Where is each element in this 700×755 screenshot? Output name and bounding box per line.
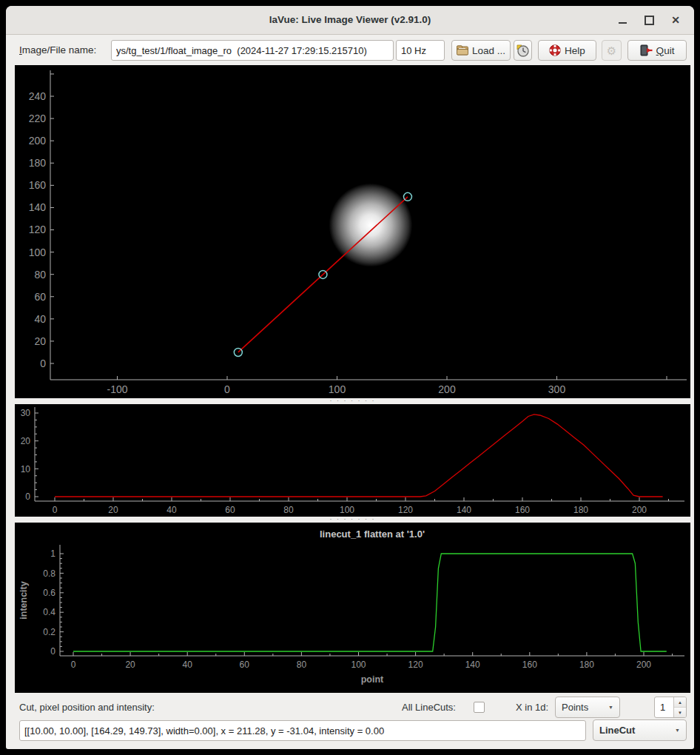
tick-label: 200 — [438, 383, 456, 395]
tick-label: 0.8 — [43, 568, 55, 579]
linecut-count-spinbox[interactable]: 1 ▲ ▼ — [654, 697, 687, 718]
tick-label: 20 — [34, 335, 46, 347]
tick-label: 0 — [224, 383, 230, 395]
tick-label: 40 — [34, 313, 46, 325]
tick-label: 180 — [579, 660, 594, 670]
flatten-plot[interactable]: 02040608010012014016018020000.20.40.60.8… — [15, 523, 690, 693]
tick-label: 200 — [636, 660, 651, 670]
file-name-label: Image/File name: — [19, 40, 96, 61]
tick-label: 20 — [21, 436, 31, 446]
plot-title: linecut_1 flatten at '1.0' — [320, 528, 425, 540]
tick-label: 140 — [465, 660, 480, 670]
spin-up-icon: ▲ — [678, 700, 682, 705]
x-in-1d-combobox[interactable]: Points ▼ — [555, 697, 620, 718]
tick-label: 160 — [522, 660, 537, 670]
tick-label: 140 — [457, 505, 471, 515]
tick-label: 100 — [29, 246, 47, 258]
linecut-intensity-plot[interactable]: 0204060801001201401601802000102030 — [15, 404, 690, 517]
tick-label: 140 — [29, 201, 47, 213]
splitter-handle-icon: · · · · · · · — [330, 399, 376, 402]
tick-label: 100 — [351, 660, 366, 670]
close-icon: ✕ — [671, 15, 680, 25]
help-button[interactable]: Help — [538, 40, 596, 61]
tick-label: 80 — [34, 269, 46, 281]
splitter-2[interactable]: · · · · · · · — [15, 517, 690, 523]
help-lifebuoy-icon — [549, 44, 561, 56]
tick-label: 0.6 — [43, 588, 55, 598]
x-in-1d-value: Points — [562, 702, 588, 713]
gear-icon: ⚙ — [607, 45, 616, 56]
clock-icon — [516, 44, 529, 57]
tick-label: 60 — [225, 505, 235, 515]
quit-button[interactable]: Quit — [627, 40, 687, 61]
tick-label: 60 — [34, 291, 46, 303]
timer-button[interactable] — [514, 40, 532, 61]
linecut-count-value: 1 — [655, 697, 673, 717]
tick-label: 220 — [29, 113, 47, 124]
tick-label: 0.4 — [43, 607, 55, 617]
maximize-icon — [645, 16, 654, 25]
all-linecuts-checkbox[interactable] — [474, 702, 485, 713]
tick-label: 1 — [50, 548, 55, 559]
x-axis-label: point — [361, 674, 384, 685]
close-button[interactable]: ✕ — [667, 12, 684, 28]
tick-label: 160 — [29, 179, 47, 191]
folder-icon — [457, 45, 468, 56]
settings-button[interactable]: ⚙ — [602, 40, 622, 61]
tick-label: 120 — [408, 660, 423, 670]
tick-label: 10 — [21, 464, 31, 474]
plot-background — [15, 404, 690, 517]
file-name-input[interactable] — [111, 40, 394, 61]
tick-label: -100 — [107, 383, 127, 395]
tick-label: 80 — [297, 660, 307, 670]
quit-door-icon — [640, 44, 653, 56]
minimize-icon — [619, 22, 627, 24]
minimize-button[interactable] — [614, 12, 630, 28]
tick-label: 60 — [240, 660, 250, 670]
tick-label: 20 — [125, 660, 135, 670]
spin-up-button[interactable]: ▲ — [674, 697, 686, 708]
tick-label: 0.2 — [43, 627, 55, 637]
tick-label: 0 — [50, 646, 55, 657]
tick-label: 300 — [548, 383, 566, 395]
tick-label: 40 — [183, 660, 193, 670]
cut-info-input[interactable] — [19, 720, 586, 741]
help-button-label: Help — [565, 45, 585, 56]
chevron-down-icon: ▼ — [675, 728, 680, 733]
titlebar[interactable]: laVue: Live Image Viewer (v2.91.0) ✕ — [6, 6, 694, 35]
tick-label: 200 — [632, 505, 647, 515]
image-blob — [329, 184, 413, 267]
window-controls: ✕ — [614, 6, 684, 34]
screen: laVue: Live Image Viewer (v2.91.0) ✕ Ima… — [0, 0, 700, 755]
tick-label: 80 — [283, 505, 294, 515]
tick-label: 180 — [573, 505, 588, 515]
tick-label: 200 — [29, 135, 47, 147]
maximize-button[interactable] — [641, 12, 657, 28]
y-axis-label: intencity — [18, 581, 29, 619]
quit-button-label: Quit — [656, 45, 675, 56]
tool-value: LineCut — [599, 725, 635, 736]
tick-label: 20 — [108, 505, 118, 515]
load-button-label: Load ... — [472, 45, 505, 56]
splitter-1[interactable]: · · · · · · · — [15, 398, 690, 404]
spin-down-button[interactable]: ▼ — [674, 708, 686, 717]
chevron-down-icon: ▼ — [608, 705, 613, 710]
tick-label: 30 — [21, 408, 31, 418]
image-plot[interactable]: -100010020030002040608010012014016018020… — [15, 65, 690, 398]
splitter-handle-icon: · · · · · · · — [330, 517, 376, 520]
tick-label: 240 — [29, 90, 47, 102]
all-linecuts-label: All LineCuts: — [402, 702, 456, 713]
tick-label: 0 — [71, 660, 76, 670]
tick-label: 40 — [166, 505, 177, 515]
tick-label: 120 — [398, 505, 413, 515]
tick-label: 100 — [340, 505, 354, 515]
tool-combobox[interactable]: LineCut ▼ — [593, 719, 687, 741]
x-in-1d-label: X in 1d: — [516, 702, 548, 713]
tick-label: 120 — [29, 224, 47, 235]
tick-label: 180 — [29, 157, 47, 169]
tick-label: 0 — [40, 358, 46, 369]
refresh-rate-input[interactable] — [396, 40, 445, 61]
tick-label: 100 — [329, 383, 346, 395]
cut-position-label: Cut, pixel position and intensity: — [19, 702, 155, 713]
load-button[interactable]: Load ... — [451, 40, 511, 61]
